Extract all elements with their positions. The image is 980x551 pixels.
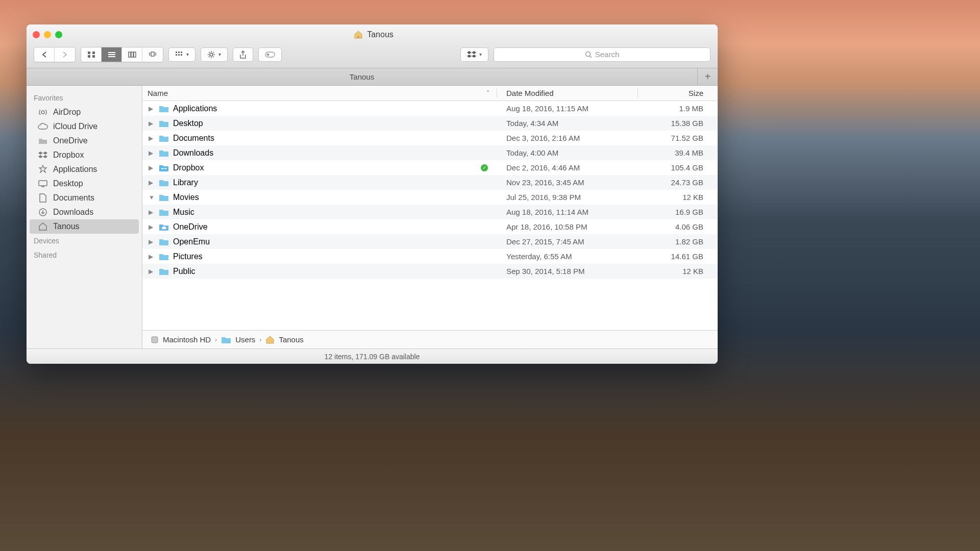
- file-row[interactable]: ▶Dropbox✓Dec 2, 2016, 4:46 AM105.4 GB: [142, 160, 718, 175]
- maximize-button[interactable]: [55, 31, 62, 38]
- forward-button[interactable]: [55, 47, 75, 62]
- view-buttons: [81, 47, 163, 62]
- cloud-icon: [38, 122, 48, 131]
- sidebar-section-header[interactable]: Favorites: [27, 91, 142, 105]
- disclosure-triangle-icon[interactable]: ▶: [149, 149, 155, 157]
- svg-rect-15: [178, 52, 180, 53]
- search-placeholder: Search: [595, 50, 620, 59]
- file-date: Nov 23, 2016, 3:45 AM: [497, 178, 638, 187]
- folder-icon: [159, 119, 169, 128]
- downloads-icon: [38, 208, 48, 217]
- svg-point-25: [41, 111, 44, 114]
- svg-rect-4: [92, 55, 95, 58]
- disclosure-triangle-icon[interactable]: ▶: [149, 268, 155, 275]
- file-row[interactable]: ▶OpenEmuDec 27, 2015, 7:45 AM1.82 GB: [142, 234, 718, 249]
- action-button[interactable]: ▾: [201, 47, 228, 62]
- column-name[interactable]: Name ˄: [142, 89, 497, 97]
- file-size: 16.9 GB: [638, 208, 718, 216]
- sidebar-item-documents[interactable]: Documents: [27, 191, 142, 205]
- search-input[interactable]: Search: [494, 47, 710, 62]
- svg-rect-18: [178, 54, 180, 56]
- folder-icon: [159, 134, 169, 142]
- tab-bar: Tanous +: [27, 68, 718, 86]
- sidebar-item-airdrop[interactable]: AirDrop: [27, 105, 142, 119]
- file-list: ▶ApplicationsAug 18, 2016, 11:15 AM1.9 M…: [142, 101, 718, 330]
- sidebar-item-onedrive[interactable]: OneDrive: [27, 134, 142, 148]
- disclosure-triangle-icon[interactable]: ▶: [149, 238, 155, 245]
- file-date: Aug 18, 2016, 11:15 AM: [497, 104, 638, 113]
- svg-rect-0: [357, 36, 359, 38]
- disclosure-triangle-icon[interactable]: ▶: [149, 253, 155, 260]
- file-row[interactable]: ▶DownloadsToday, 4:00 AM39.4 MB: [142, 145, 718, 160]
- minimize-button[interactable]: [44, 31, 51, 38]
- disclosure-triangle-icon[interactable]: ▶: [149, 120, 155, 127]
- svg-rect-17: [176, 54, 177, 56]
- nav-buttons: [34, 47, 76, 62]
- sidebar: FavoritesAirDropiCloud DriveOneDriveDrop…: [27, 86, 142, 348]
- sidebar-item-icloud-drive[interactable]: iCloud Drive: [27, 119, 142, 134]
- file-name: Movies: [173, 193, 199, 202]
- column-view-button[interactable]: [122, 47, 142, 62]
- dropbox-button[interactable]: ▾: [460, 47, 488, 62]
- disclosure-triangle-icon[interactable]: ▶: [149, 135, 155, 142]
- status-bar: 12 items, 171.09 GB available: [27, 348, 718, 364]
- icon-view-button[interactable]: [81, 47, 102, 62]
- window-title-text: Tanous: [367, 30, 394, 39]
- path-segment[interactable]: Tanous: [279, 335, 303, 344]
- file-row[interactable]: ▶PicturesYesterday, 6:55 AM14.61 GB: [142, 249, 718, 264]
- file-name: Documents: [173, 134, 214, 143]
- folder-icon: [159, 223, 169, 231]
- sidebar-item-label: Dropbox: [53, 151, 84, 160]
- file-row[interactable]: ▶DocumentsDec 3, 2016, 2:16 AM71.52 GB: [142, 131, 718, 145]
- disclosure-triangle-icon[interactable]: ▶: [149, 223, 155, 231]
- path-segment[interactable]: Users: [235, 335, 255, 344]
- sidebar-item-label: AirDrop: [53, 108, 81, 117]
- coverflow-view-button[interactable]: [142, 47, 163, 62]
- home-icon: [265, 336, 275, 344]
- folder-icon: [159, 105, 169, 113]
- folder-icon: [159, 164, 169, 172]
- back-button[interactable]: [34, 47, 55, 62]
- sidebar-item-desktop[interactable]: Desktop: [27, 177, 142, 191]
- sidebar-section-header[interactable]: Devices: [27, 234, 142, 248]
- list-view-button[interactable]: [102, 47, 122, 62]
- file-name: Library: [173, 178, 198, 187]
- file-date: Jul 25, 2016, 9:38 PM: [497, 193, 638, 202]
- file-row[interactable]: ▶ApplicationsAug 18, 2016, 11:15 AM1.9 M…: [142, 101, 718, 116]
- sidebar-item-downloads[interactable]: Downloads: [27, 205, 142, 219]
- disclosure-triangle-icon[interactable]: ▶: [149, 179, 155, 186]
- disclosure-triangle-icon[interactable]: ▶: [149, 209, 155, 216]
- svg-rect-16: [181, 52, 182, 53]
- disclosure-triangle-icon[interactable]: ▼: [149, 194, 155, 201]
- sidebar-item-dropbox[interactable]: Dropbox: [27, 148, 142, 162]
- svg-rect-10: [134, 52, 136, 57]
- sidebar-section-header[interactable]: Shared: [27, 248, 142, 262]
- search-icon: [585, 51, 592, 58]
- svg-rect-11: [151, 52, 154, 56]
- tab-active[interactable]: Tanous: [27, 72, 697, 81]
- sidebar-item-applications[interactable]: Applications: [27, 162, 142, 177]
- path-segment[interactable]: Macintosh HD: [163, 335, 211, 344]
- file-row[interactable]: ▶PublicSep 30, 2014, 5:18 PM12 KB: [142, 264, 718, 279]
- column-size[interactable]: Size: [638, 89, 718, 97]
- sidebar-item-tanous[interactable]: Tanous: [30, 219, 139, 234]
- arrange-button[interactable]: ▾: [168, 47, 195, 62]
- svg-rect-9: [131, 52, 133, 57]
- airdrop-icon: [38, 108, 48, 117]
- disclosure-triangle-icon[interactable]: ▶: [149, 105, 155, 112]
- file-row[interactable]: ▶DesktopToday, 4:34 AM15.38 GB: [142, 116, 718, 131]
- new-tab-button[interactable]: +: [697, 68, 718, 85]
- folder-icon: [221, 336, 231, 344]
- file-row[interactable]: ▶MusicAug 18, 2016, 11:14 AM16.9 GB: [142, 205, 718, 219]
- file-row[interactable]: ▶OneDriveApr 18, 2016, 10:58 PM4.06 GB: [142, 219, 718, 234]
- folder-icon: [159, 179, 169, 187]
- close-button[interactable]: [33, 31, 40, 38]
- column-date[interactable]: Date Modified: [497, 89, 638, 97]
- file-row[interactable]: ▼MoviesJul 25, 2016, 9:38 PM12 KB: [142, 190, 718, 205]
- file-row[interactable]: ▶LibraryNov 23, 2016, 3:45 AM24.73 GB: [142, 175, 718, 190]
- finder-window: Tanous ▾ ▾ ▾: [27, 24, 718, 364]
- tags-button[interactable]: [258, 47, 282, 62]
- share-button[interactable]: [233, 47, 253, 62]
- disclosure-triangle-icon[interactable]: ▶: [149, 164, 155, 171]
- file-name: Pictures: [173, 252, 203, 261]
